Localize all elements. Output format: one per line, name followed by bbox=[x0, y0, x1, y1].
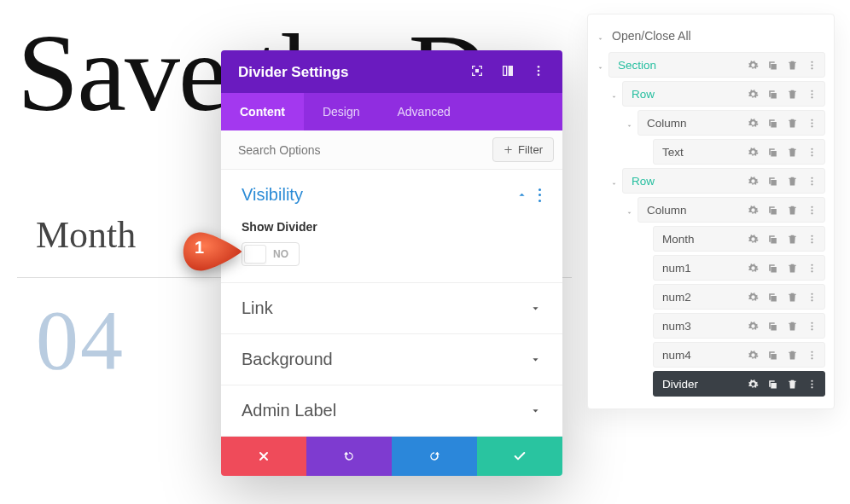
trash-icon[interactable] bbox=[787, 118, 798, 129]
gear-icon[interactable] bbox=[748, 234, 759, 245]
more-vertical-icon[interactable] bbox=[806, 89, 818, 100]
cancel-button[interactable] bbox=[221, 437, 306, 476]
layer-node-section[interactable]: Section bbox=[608, 52, 825, 78]
layer-node-label: Text bbox=[662, 146, 684, 159]
duplicate-icon[interactable] bbox=[767, 379, 778, 390]
section-background-title: Background bbox=[242, 350, 333, 369]
more-vertical-icon[interactable] bbox=[806, 147, 818, 158]
chevron-down-icon[interactable] bbox=[626, 119, 634, 127]
chevron-down-icon[interactable] bbox=[610, 177, 619, 185]
layer-node-divider[interactable]: Divider bbox=[653, 371, 825, 397]
gear-icon[interactable] bbox=[748, 118, 759, 129]
section-visibility-header[interactable]: Visibility bbox=[242, 185, 542, 205]
tab-advanced[interactable]: Advanced bbox=[378, 93, 469, 130]
chevron-down-icon bbox=[597, 32, 605, 40]
duplicate-icon[interactable] bbox=[767, 205, 778, 216]
more-vertical-icon[interactable] bbox=[806, 263, 818, 274]
trash-icon[interactable] bbox=[787, 292, 798, 303]
section-link: Link bbox=[221, 283, 562, 334]
layer-node-month[interactable]: Month bbox=[653, 226, 825, 252]
trash-icon[interactable] bbox=[787, 379, 798, 390]
duplicate-icon[interactable] bbox=[767, 234, 778, 245]
duplicate-icon[interactable] bbox=[767, 321, 778, 332]
more-vertical-icon[interactable] bbox=[806, 234, 818, 245]
more-vertical-icon[interactable] bbox=[806, 292, 818, 303]
layer-node-column[interactable]: Column bbox=[638, 110, 825, 136]
trash-icon[interactable] bbox=[787, 205, 798, 216]
gear-icon[interactable] bbox=[748, 263, 759, 274]
open-close-all[interactable]: Open/Close All bbox=[597, 21, 825, 50]
trash-icon[interactable] bbox=[787, 147, 798, 158]
tab-design[interactable]: Design bbox=[304, 93, 379, 130]
redo-button[interactable] bbox=[392, 437, 477, 476]
layer-node-text[interactable]: Text bbox=[653, 139, 825, 165]
snap-icon[interactable] bbox=[470, 64, 484, 81]
gear-icon[interactable] bbox=[748, 350, 759, 361]
layer-node-row[interactable]: Row bbox=[622, 168, 825, 194]
gear-icon[interactable] bbox=[748, 147, 759, 158]
more-vertical-icon[interactable] bbox=[806, 350, 818, 361]
more-vertical-icon[interactable] bbox=[532, 64, 545, 81]
trash-icon[interactable] bbox=[787, 176, 798, 187]
section-background-header[interactable]: Background bbox=[242, 350, 542, 369]
more-vertical-icon[interactable] bbox=[806, 176, 818, 187]
layer-node-num3[interactable]: num3 bbox=[653, 313, 825, 339]
layers-panel: Open/Close All SectionRowColumnTextRowCo… bbox=[587, 14, 835, 409]
trash-icon[interactable] bbox=[787, 350, 798, 361]
expand-icon[interactable] bbox=[501, 64, 515, 81]
plus-icon bbox=[504, 145, 513, 154]
undo-button[interactable] bbox=[306, 437, 392, 476]
duplicate-icon[interactable] bbox=[767, 118, 778, 129]
layer-node-label: num2 bbox=[662, 291, 691, 304]
gear-icon[interactable] bbox=[748, 292, 759, 303]
save-button[interactable] bbox=[477, 437, 562, 476]
show-divider-toggle[interactable]: NO bbox=[242, 242, 300, 266]
trash-icon[interactable] bbox=[787, 263, 798, 274]
more-vertical-icon[interactable] bbox=[806, 379, 818, 390]
duplicate-icon[interactable] bbox=[767, 263, 778, 274]
chevron-down-icon[interactable] bbox=[597, 61, 605, 69]
trash-icon[interactable] bbox=[787, 60, 798, 71]
duplicate-icon[interactable] bbox=[767, 350, 778, 361]
tab-content[interactable]: Content bbox=[221, 93, 304, 130]
duplicate-icon[interactable] bbox=[767, 292, 778, 303]
more-vertical-icon[interactable] bbox=[806, 60, 818, 71]
search-options-input[interactable] bbox=[238, 143, 492, 157]
more-vertical-icon[interactable] bbox=[806, 118, 818, 129]
gear-icon[interactable] bbox=[748, 60, 759, 71]
section-admin-label-header[interactable]: Admin Label bbox=[242, 401, 542, 420]
duplicate-icon[interactable] bbox=[767, 89, 778, 100]
trash-icon[interactable] bbox=[787, 234, 798, 245]
layer-node-row[interactable]: Row bbox=[622, 81, 825, 107]
trash-icon[interactable] bbox=[787, 321, 798, 332]
chevron-down-icon bbox=[529, 302, 542, 315]
duplicate-icon[interactable] bbox=[767, 176, 778, 187]
gear-icon[interactable] bbox=[748, 176, 759, 187]
layer-node-num4[interactable]: num4 bbox=[653, 342, 825, 368]
layer-node-column[interactable]: Column bbox=[638, 197, 825, 223]
check-icon bbox=[513, 449, 527, 463]
gear-icon[interactable] bbox=[748, 205, 759, 216]
more-vertical-icon[interactable] bbox=[806, 321, 818, 332]
section-link-header[interactable]: Link bbox=[242, 298, 542, 318]
chevron-down-icon[interactable] bbox=[610, 90, 619, 98]
filter-button[interactable]: Filter bbox=[492, 137, 554, 162]
gear-icon[interactable] bbox=[748, 379, 759, 390]
svg-point-2 bbox=[538, 73, 540, 76]
more-vertical-icon[interactable] bbox=[539, 188, 542, 202]
layer-node-num1[interactable]: num1 bbox=[653, 255, 825, 281]
gear-icon[interactable] bbox=[748, 89, 759, 100]
chevron-down-icon[interactable] bbox=[626, 206, 634, 214]
layer-node-num2[interactable]: num2 bbox=[653, 284, 825, 310]
section-admin-label-title: Admin Label bbox=[242, 401, 336, 420]
modal-search-bar: Filter bbox=[221, 130, 562, 170]
duplicate-icon[interactable] bbox=[767, 147, 778, 158]
undo-icon bbox=[342, 449, 356, 463]
trash-icon[interactable] bbox=[787, 89, 798, 100]
gear-icon[interactable] bbox=[748, 321, 759, 332]
layer-node-label: Row bbox=[632, 175, 655, 188]
layer-node-label: Column bbox=[647, 117, 687, 130]
more-vertical-icon[interactable] bbox=[806, 205, 818, 216]
callout-marker-1: 1 bbox=[181, 229, 244, 275]
duplicate-icon[interactable] bbox=[767, 60, 778, 71]
